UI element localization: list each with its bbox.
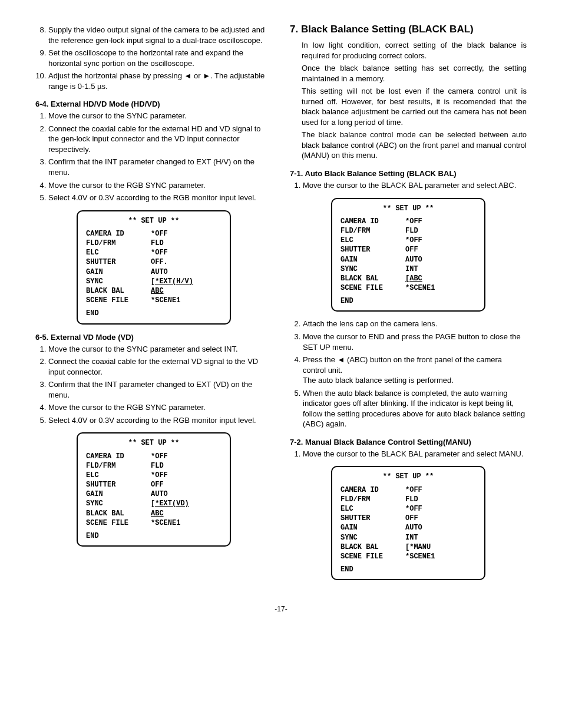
list-item: When the auto black balance is completed… <box>303 388 527 429</box>
list-item: Confirm that the INT parameter changed t… <box>48 379 272 400</box>
setup-menu-box-2: ** SET UP **CAMERA ID*OFFFLD/FRMFLDELC*O… <box>77 432 231 547</box>
heading-7: 7. Black Balance Setting (BLACK BAL) <box>290 24 527 35</box>
list-item: Connect the coaxial cable for the extern… <box>48 124 272 155</box>
list-item: Move the cursor to the BLACK BAL paramet… <box>303 180 527 191</box>
heading-6-4: 6-4. External HD/VD Mode (HD/VD) <box>35 100 272 108</box>
list-item: Supply the video output signal of the ca… <box>48 25 272 45</box>
list-item: Select 4.0V or 0.3V according to the RGB… <box>48 415 272 426</box>
paragraph: This setting will not be lost even if th… <box>302 86 527 127</box>
list-item: Move the cursor to the BLACK BAL paramet… <box>303 449 527 459</box>
list-item: Select 4.0V or 0.3V according to the RGB… <box>48 193 272 203</box>
list-item: Move the cursor to the RGB SYNC paramete… <box>48 180 272 191</box>
paragraph: In low light condition, correct setting … <box>302 40 527 61</box>
list-item: Move the cursor to END and press the PAG… <box>303 332 527 352</box>
heading-7-2: 7-2. Manual Black Balance Control Settin… <box>290 438 527 446</box>
heading-7-1: 7-1. Auto Black Balance Setting (BLACK B… <box>290 169 527 178</box>
list-item: Adjust the horizontal phase by pressing … <box>48 71 272 91</box>
heading-6-5: 6-5. External VD Mode (VD) <box>35 333 272 342</box>
right-column: 7. Black Balance Setting (BLACK BAL) In … <box>290 24 527 587</box>
list-6-5: Move the cursor to the SYNC parameter an… <box>35 344 272 426</box>
setup-menu-box-1: ** SET UP **CAMERA ID*OFFFLD/FRMFLDELC*O… <box>77 210 231 325</box>
left-column: Supply the video output signal of the ca… <box>35 24 272 587</box>
list-item: Set the oscilloscope to the horizontal r… <box>48 48 272 68</box>
setup-menu-box-4: ** SET UP **CAMERA ID*OFFFLD/FRMFLDELC*O… <box>331 466 485 580</box>
list-7-1a: Move the cursor to the BLACK BAL paramet… <box>290 180 527 191</box>
list-7-1b: Attach the lens cap on the camera lens. … <box>290 319 527 429</box>
paragraph: The black balance control mode can be se… <box>302 130 527 161</box>
list-item: Move the cursor to the SYNC parameter an… <box>48 344 272 355</box>
list-item: Press the ◄ (ABC) button on the front pa… <box>303 355 527 386</box>
setup-menu-box-3: ** SET UP **CAMERA ID*OFFFLD/FRMFLDELC*O… <box>331 198 485 312</box>
page-number: -17- <box>35 605 527 613</box>
list-pre: Supply the video output signal of the ca… <box>35 25 272 91</box>
list-item: Move the cursor to the RGB SYNC paramete… <box>48 402 272 413</box>
list-item: Confirm that the INT parameter changed t… <box>48 157 272 177</box>
paragraph: Once the black balance setting has set c… <box>302 63 527 84</box>
list-item: Move the cursor to the SYNC parameter. <box>48 111 272 121</box>
list-item: Attach the lens cap on the camera lens. <box>303 319 527 329</box>
list-item: Connect the coaxial cable for the extern… <box>48 356 272 377</box>
list-6-4: Move the cursor to the SYNC parameter. C… <box>35 111 272 203</box>
list-7-2: Move the cursor to the BLACK BAL paramet… <box>290 449 527 459</box>
